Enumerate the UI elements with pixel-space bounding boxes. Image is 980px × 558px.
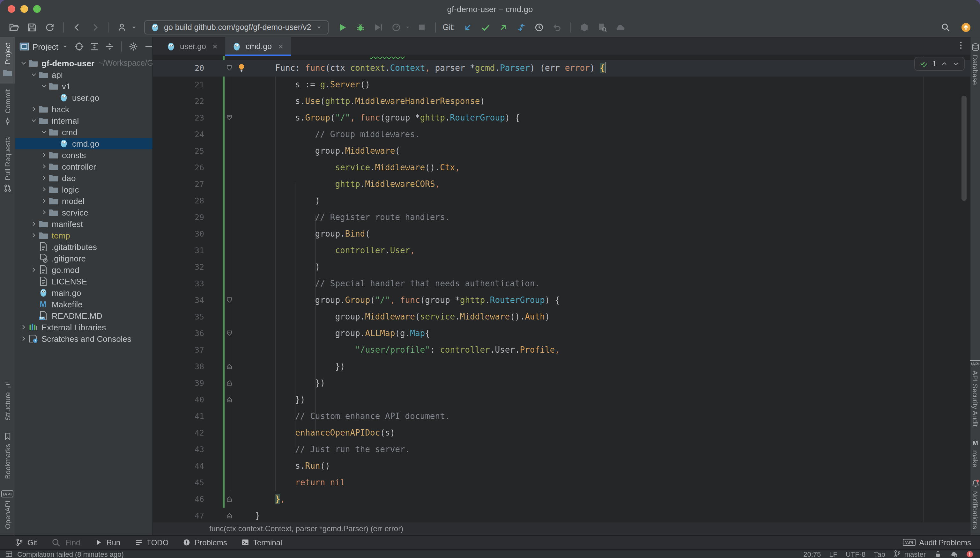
tree-item-dao[interactable]: dao — [15, 172, 153, 184]
code-line-29[interactable]: 29 // Register route handlers. — [153, 209, 970, 226]
zoom-window-button[interactable] — [33, 5, 41, 13]
run-configuration-select[interactable]: go build github.com/gogf/gf-demo-user/v2 — [144, 20, 328, 34]
minimize-window-button[interactable] — [20, 5, 28, 13]
tree-expand-chevron-icon[interactable] — [30, 71, 38, 79]
tree-expand-chevron-icon[interactable] — [19, 323, 28, 331]
tool-stripe-bookmarks[interactable]: Bookmarks — [0, 426, 15, 485]
tree-expand-chevron-icon[interactable] — [39, 128, 48, 136]
toolwindow-audit-problems[interactable]: /APIAudit Problems — [903, 538, 971, 547]
tree-expand-chevron-icon[interactable] — [39, 162, 48, 170]
stop-button[interactable] — [414, 20, 429, 35]
tree-item-makefile[interactable]: MMakefile — [15, 299, 153, 310]
tool-stripe-project[interactable]: Project — [0, 37, 15, 84]
tree-expand-chevron-icon[interactable] — [30, 266, 38, 274]
code-line-22[interactable]: 22 s.Use(ghttp.MiddlewareHandlerResponse… — [153, 93, 970, 110]
status-readonly-toggle[interactable] — [934, 550, 942, 558]
status-services[interactable] — [950, 550, 958, 558]
code-line-26[interactable]: 26 service.Middleware().Ctx, — [153, 159, 970, 176]
tree-expand-chevron-icon[interactable] — [39, 185, 48, 193]
fold-marker-icon[interactable] — [225, 328, 233, 340]
select-opened-file-button[interactable] — [72, 39, 86, 54]
status-encoding[interactable]: UTF-8 — [846, 550, 865, 558]
options-button[interactable] — [127, 39, 141, 54]
tree-item-consts[interactable]: consts — [15, 149, 153, 161]
code-line-31[interactable]: 31 controller.User, — [153, 242, 970, 259]
status-git-branch[interactable]: master — [894, 550, 926, 558]
tree-item-gitattributes[interactable]: .gitattributes — [15, 241, 153, 253]
tab-options-kebab-icon[interactable] — [956, 40, 966, 53]
tree-item-temp[interactable]: temp — [15, 230, 153, 241]
tree-item-v1[interactable]: v1 — [15, 80, 153, 92]
tree-expand-chevron-icon[interactable] — [30, 220, 38, 228]
tree-expand-chevron-icon[interactable] — [39, 197, 48, 205]
code-line-27[interactable]: 27 ghttp.MiddlewareCORS, — [153, 176, 970, 193]
code-line-40[interactable]: 40 }) — [153, 392, 970, 408]
chevron-down-icon[interactable] — [62, 43, 69, 50]
status-error-indicator[interactable] — [966, 550, 973, 558]
push-button[interactable] — [496, 20, 511, 35]
update-project-button[interactable] — [460, 20, 475, 35]
code-editor[interactable]: 19 Brief: "start http server",20 Func: f… — [153, 56, 970, 522]
code-line-25[interactable]: 25 group.Middleware( — [153, 143, 970, 159]
code-line-30[interactable]: 30 group.Bind( — [153, 226, 970, 242]
code-line-39[interactable]: 39 }) — [153, 375, 970, 392]
commit-button[interactable] — [478, 20, 493, 35]
run-button[interactable] — [335, 20, 350, 35]
toolwindow-find[interactable]: Find — [51, 537, 81, 548]
tree-expand-chevron-icon[interactable] — [19, 335, 28, 343]
fold-marker-icon[interactable] — [225, 378, 233, 390]
tree-expand-chevron-icon[interactable] — [39, 151, 48, 159]
tree-item-gf-demo-user[interactable]: gf-demo-user~/Workspace/Go/GOP — [15, 57, 153, 69]
tool-stripe-api-security-audit[interactable]: /APIAPI Security Audit — [970, 354, 980, 432]
search-everywhere-button[interactable] — [938, 20, 953, 35]
close-icon[interactable] — [277, 43, 284, 50]
fold-marker-icon[interactable] — [225, 113, 233, 124]
toolwindow-terminal[interactable]: Terminal — [241, 538, 282, 547]
debug-button[interactable] — [352, 20, 368, 35]
profiler-button[interactable] — [388, 20, 404, 35]
run-with-coverage-button[interactable] — [370, 20, 386, 35]
tool-stripe-pull-requests[interactable]: Pull Requests — [0, 131, 15, 199]
code-line-38[interactable]: 38 }) — [153, 358, 970, 375]
collapse-all-button[interactable] — [103, 39, 117, 54]
tree-item-internal[interactable]: internal — [15, 115, 153, 126]
code-line-23[interactable]: 23 s.Group("/", func(group *ghttp.Router… — [153, 110, 970, 126]
project-panel-title[interactable]: Project — [33, 42, 58, 51]
toolwindow-problems[interactable]: Problems — [183, 538, 227, 547]
inspection-widget[interactable]: 1 — [914, 57, 965, 71]
tool-stripe-commit[interactable]: Commit — [0, 84, 15, 132]
code-line-19[interactable]: 19 Brief: "start http server", — [153, 56, 970, 60]
toolwindow-git[interactable]: Git — [15, 538, 37, 547]
tree-item-user-go[interactable]: user.go — [15, 92, 153, 103]
previous-problem-chevron-up-icon[interactable] — [941, 60, 948, 67]
tree-item-external-libraries[interactable]: External Libraries — [15, 322, 153, 333]
rollback-button[interactable] — [549, 20, 565, 35]
code-line-47[interactable]: 47} — [153, 508, 970, 522]
tool-stripe-openapi[interactable]: /APIOpenAPI — [0, 485, 15, 535]
fold-marker-icon[interactable] — [225, 494, 233, 506]
code-with-me-button[interactable] — [115, 20, 130, 35]
tree-item-hack[interactable]: hack — [15, 103, 153, 115]
code-line-42[interactable]: 42 enhanceOpenAPIDoc(s) — [153, 425, 970, 441]
package-button[interactable] — [577, 20, 592, 35]
tree-item-readme-md[interactable]: MDREADME.MD — [15, 310, 153, 322]
tool-stripe-notifications[interactable]: Notifications — [970, 473, 980, 535]
open-project-button[interactable] — [7, 20, 22, 35]
status-indent[interactable]: Tab — [874, 550, 885, 558]
tree-expand-chevron-icon[interactable] — [30, 231, 38, 239]
fold-marker-icon[interactable] — [225, 361, 233, 373]
chevron-down-icon[interactable] — [130, 24, 138, 31]
code-line-33[interactable]: 33 // Special handler that needs authent… — [153, 276, 970, 292]
code-line-46[interactable]: 46 }, — [153, 491, 970, 508]
tree-expand-chevron-icon[interactable] — [39, 174, 48, 182]
toolwindow-todo[interactable]: TODO — [134, 538, 168, 547]
status-caret-position[interactable]: 20:75 — [803, 550, 821, 558]
code-line-21[interactable]: 21 s := g.Server() — [153, 77, 970, 93]
forward-button[interactable] — [87, 20, 103, 35]
fold-marker-icon[interactable] — [225, 395, 233, 406]
tree-expand-chevron-icon[interactable] — [39, 208, 48, 216]
tree-expand-chevron-icon[interactable] — [30, 117, 38, 124]
tree-item-manifest[interactable]: manifest — [15, 218, 153, 230]
expand-all-button[interactable] — [88, 39, 102, 54]
tree-item-license[interactable]: LICENSE — [15, 276, 153, 287]
